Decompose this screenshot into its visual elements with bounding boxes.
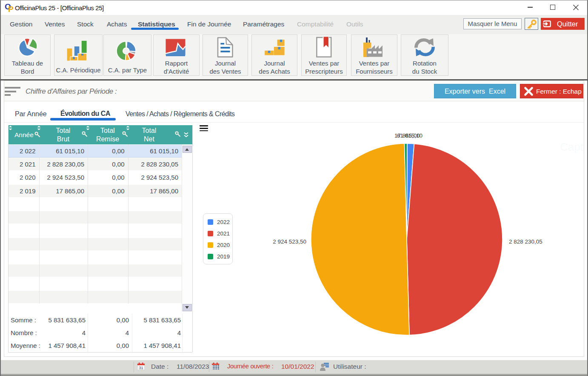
svg-text:31: 31 — [139, 366, 143, 370]
